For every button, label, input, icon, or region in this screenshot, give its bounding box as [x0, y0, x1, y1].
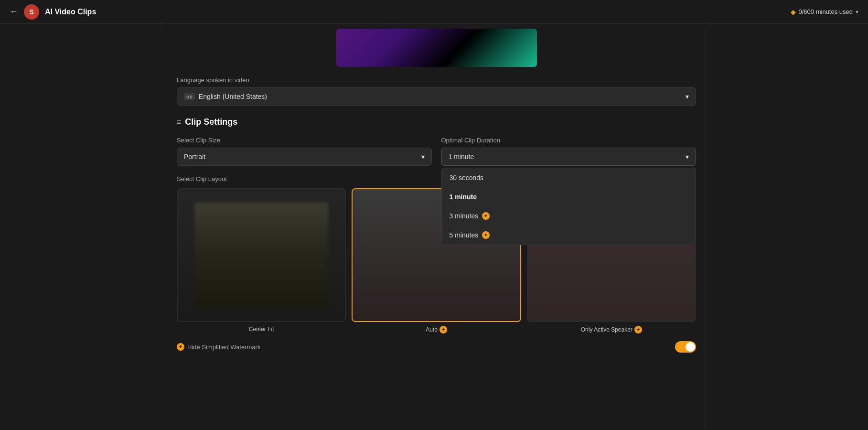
- language-section: Language spoken in video us English (Uni…: [167, 76, 706, 353]
- clip-settings-title: Clip Settings: [185, 117, 237, 127]
- duration-option-30s[interactable]: 30 seconds: [442, 168, 696, 187]
- clip-options-row: Select Clip Size Portrait ▾ Optimal Clip…: [177, 137, 696, 166]
- duration-5m-label: 5 minutes: [450, 231, 479, 239]
- clip-size-select[interactable]: Portrait ▾: [177, 148, 432, 166]
- language-flag-badge: us: [184, 93, 195, 100]
- clip-duration-wrapper: 1 minute ▾ 30 seconds 1 minute: [441, 148, 697, 166]
- language-chevron-icon: ▾: [686, 93, 689, 100]
- clip-settings-header: ≡ Clip Settings: [177, 117, 696, 127]
- clip-size-label: Select Clip Size: [177, 137, 432, 144]
- language-select-dropdown[interactable]: us English (United States) ▾: [177, 87, 696, 106]
- header: ← S AI Video Clips ◆ 0/600 minutes used …: [0, 0, 868, 24]
- watermark-toggle[interactable]: [675, 341, 696, 353]
- watermark-pro-icon: ✦: [177, 343, 184, 351]
- video-thumbnail-wrapper: [167, 24, 706, 76]
- clip-duration-dropdown-menu: 30 seconds 1 minute 3 minutes ✦ 5 minute…: [441, 168, 697, 245]
- watermark-row: ✦ Hide Simplified Watermark: [177, 341, 696, 353]
- minutes-chevron-icon: ▾: [856, 9, 858, 15]
- language-label: Language spoken in video: [177, 76, 696, 84]
- layout-name-activespeaker: Only Active Speaker ✦: [581, 326, 642, 333]
- toggle-knob: [686, 342, 695, 352]
- auto-pro-icon: ✦: [439, 326, 447, 333]
- layout-name-auto: Auto ✦: [426, 326, 447, 333]
- duration-1m-label: 1 minute: [450, 193, 477, 201]
- clip-size-chevron-icon: ▾: [421, 153, 425, 161]
- clip-duration-label: Optimal Clip Duration: [441, 137, 697, 144]
- watermark-text: Hide Simplified Watermark: [187, 344, 260, 351]
- header-left: ← S AI Video Clips: [10, 4, 96, 20]
- duration-3m-label: 3 minutes: [450, 212, 479, 220]
- clip-duration-chevron-icon: ▾: [686, 153, 689, 161]
- settings-icon: ≡: [177, 118, 181, 127]
- duration-3m-pro-icon: ✦: [482, 212, 490, 220]
- main-layout: Language spoken in video us English (Uni…: [0, 24, 868, 430]
- app-logo: S: [24, 4, 39, 20]
- minutes-label: 0/600 minutes used: [799, 8, 853, 15]
- layout-name-centerfit: Center Fit: [249, 326, 274, 333]
- clip-duration-select[interactable]: 1 minute ▾: [441, 148, 697, 166]
- clip-duration-col: Optimal Clip Duration 1 minute ▾ 30 seco…: [441, 137, 697, 166]
- watermark-label: ✦ Hide Simplified Watermark: [177, 343, 260, 351]
- content-area: Language spoken in video us English (Uni…: [167, 24, 706, 430]
- video-thumbnail-gradient: [336, 29, 537, 67]
- clip-size-value: Portrait: [184, 153, 205, 161]
- video-thumbnail: [336, 29, 537, 67]
- duration-option-3m[interactable]: 3 minutes ✦: [442, 206, 696, 226]
- activespeaker-pro-icon: ✦: [634, 326, 642, 333]
- duration-option-5m[interactable]: 5 minutes ✦: [442, 226, 696, 245]
- minutes-badge: ◆ 0/600 minutes used ▾: [791, 8, 858, 16]
- diamond-icon: ◆: [791, 8, 796, 16]
- clip-size-col: Select Clip Size Portrait ▾: [177, 137, 432, 166]
- layout-thumb-centerfit: [177, 188, 346, 322]
- app-title: AI Video Clips: [45, 8, 96, 16]
- language-selected-value: English (United States): [199, 93, 267, 100]
- duration-30s-label: 30 seconds: [450, 174, 484, 182]
- right-sidebar: [706, 24, 868, 430]
- layout-item-centerfit[interactable]: Center Fit: [177, 188, 346, 333]
- clip-duration-value: 1 minute: [449, 153, 474, 161]
- back-button[interactable]: ←: [10, 7, 18, 17]
- duration-option-1m[interactable]: 1 minute: [442, 187, 696, 206]
- left-sidebar: [0, 24, 167, 430]
- duration-5m-pro-icon: ✦: [482, 231, 490, 239]
